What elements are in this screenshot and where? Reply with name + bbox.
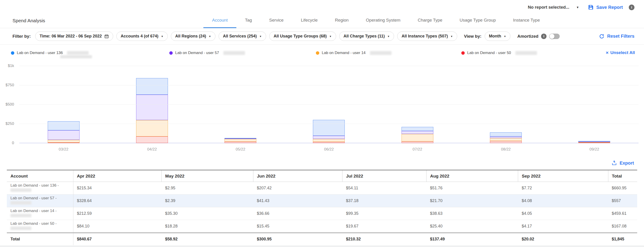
bar-segment-lab-on-demand-user-57 xyxy=(402,131,433,134)
chevron-down-icon: ▼ xyxy=(208,35,211,38)
filter-pill-all-regions-24-all-regions[interactable]: All Regions (24)▼ xyxy=(171,31,216,41)
redacted-text xyxy=(10,227,31,230)
save-report-label: Save Report xyxy=(596,5,623,10)
total-label: Total xyxy=(7,233,73,246)
total-value-cell: $20.02 xyxy=(518,233,608,246)
filter-pill-all-services-254-all-services[interactable]: All Services (254)▼ xyxy=(218,31,266,41)
reset-filters-button[interactable]: Reset Filters xyxy=(599,34,634,39)
report-selector[interactable]: No report selected... ▼ xyxy=(528,5,579,10)
tab-instance-type[interactable]: Instance Type xyxy=(504,18,548,28)
stacked-bar-chart: $1k$750$500$2500 03/2204/2205/2206/2207/… xyxy=(0,61,644,159)
tab-charge-type[interactable]: Charge Type xyxy=(409,18,451,28)
chevron-down-icon: ▼ xyxy=(576,6,579,9)
column-header-apr-2022: Apr 2022 xyxy=(73,170,162,182)
pill-label: All Usage Type Groups (68) xyxy=(274,34,327,39)
bar-segment-lab-on-demand-user-14 xyxy=(224,139,256,142)
save-report-button[interactable]: Save Report xyxy=(588,4,623,10)
value-cell: $38.63 xyxy=(426,207,518,220)
redacted-text xyxy=(60,55,92,58)
unselect-all-button[interactable]: × Unselect All xyxy=(606,50,635,55)
info-icon[interactable]: i xyxy=(541,34,546,39)
bar-segment-lab-on-demand-user-50 xyxy=(578,143,610,143)
view-by-dropdown[interactable]: Month ▼ xyxy=(485,31,510,41)
table-row-lab-on-demand-user-50[interactable]: Lab on Demand - user 50 -$84.10$18.28$15… xyxy=(7,220,637,233)
legend-label: Lab on Demand - user 136 xyxy=(17,51,63,55)
filter-pill-all-instance-types-507-all-instance-types[interactable]: All Instance Types (507)▼ xyxy=(397,31,457,41)
export-button[interactable]: Export xyxy=(612,160,634,166)
value-cell: $41.43 xyxy=(253,195,342,207)
legend-item-lab-on-demand-user-50[interactable]: Lab on Demand - user 50 xyxy=(461,51,598,55)
column-header-may-2022: May 2022 xyxy=(162,170,253,182)
filter-pill-all-usage-type-groups-68-all-usage-type-groups[interactable]: All Usage Type Groups (68)▼ xyxy=(269,31,336,41)
info-icon[interactable]: i xyxy=(629,4,634,10)
column-header-aug-2022: Aug 2022 xyxy=(426,170,518,182)
legend-item-lab-on-demand-user-57[interactable]: Lab on Demand - user 57 xyxy=(169,51,316,55)
page-title: Spend Analysis xyxy=(12,18,108,28)
x-tick-label: 05/22 xyxy=(196,147,285,152)
y-tick-label: $500 xyxy=(0,102,14,107)
export-label: Export xyxy=(620,161,634,166)
table-row-lab-on-demand-user-57[interactable]: Lab on Demand - user 57 -$328.64$2.39$41… xyxy=(7,195,637,207)
table-total-row: Total$840.67$58.92$300.95$210.32$137.49$… xyxy=(7,233,637,246)
account-name: Lab on Demand - user 14 - xyxy=(10,209,70,213)
value-cell: $18.28 xyxy=(162,220,253,233)
pill-label: All Instance Types (507) xyxy=(402,34,448,39)
header: Spend Analysis AccountTagServiceLifecycl… xyxy=(0,11,644,28)
gridline xyxy=(19,124,638,124)
plot-area xyxy=(19,66,638,143)
stacked-bar-08-22[interactable] xyxy=(490,132,522,143)
stacked-bar-04-22[interactable] xyxy=(136,78,168,143)
value-cell: $328.64 xyxy=(73,195,162,207)
legend-dot-icon xyxy=(461,51,465,55)
bar-segment-lab-on-demand-user-14 xyxy=(490,138,522,141)
spend-analysis-page: No report selected... ▼ Save Report i Sp… xyxy=(0,0,644,247)
pill-label: Accounts 4 (of 674) xyxy=(121,34,158,39)
tab-operating-system[interactable]: Operating System xyxy=(357,18,409,28)
filter-pill-time[interactable]: Time: 06 Mar 2022 - 06 Sep 2022 xyxy=(35,31,113,41)
tab-region[interactable]: Region xyxy=(326,18,357,28)
x-axis-labels: 03/2204/2205/2206/2207/2208/2209/22 xyxy=(19,147,638,152)
tab-account[interactable]: Account xyxy=(204,18,236,28)
total-value-cell: $58.92 xyxy=(162,233,253,246)
close-icon: × xyxy=(606,50,608,55)
redacted-text xyxy=(370,51,392,55)
column-header-sep-2022: Sep 2022 xyxy=(518,170,608,182)
stacked-bar-07-22[interactable] xyxy=(402,127,433,143)
chevron-down-icon: ▼ xyxy=(387,35,390,38)
chart-legend: Lab on Demand - user 136Lab on Demand - … xyxy=(0,44,644,61)
stacked-bar-05-22[interactable] xyxy=(224,138,256,143)
chevron-down-icon: ▼ xyxy=(259,35,262,38)
chevron-down-icon: ▼ xyxy=(329,35,332,38)
account-name: Lab on Demand - user 136 - xyxy=(10,183,70,188)
legend-item-lab-on-demand-user-14[interactable]: Lab on Demand - user 14 xyxy=(316,51,461,55)
stacked-bar-03-22[interactable] xyxy=(48,121,80,143)
tab-service[interactable]: Service xyxy=(261,18,292,28)
tab-tag[interactable]: Tag xyxy=(236,18,261,28)
value-cell: $4.05 xyxy=(518,207,608,220)
stacked-bar-09-22[interactable] xyxy=(578,141,610,143)
column-header-account: Account xyxy=(7,170,73,182)
legend-item-lab-on-demand-user-136[interactable]: Lab on Demand - user 136 xyxy=(11,51,169,55)
bar-segment-lab-on-demand-user-136 xyxy=(313,120,345,136)
x-tick-label: 06/22 xyxy=(285,147,373,152)
table-row-lab-on-demand-user-14[interactable]: Lab on Demand - user 14 -$212.59$35.30$3… xyxy=(7,207,637,220)
table-row-lab-on-demand-user-136[interactable]: Lab on Demand - user 136 -$215.34$2.95$2… xyxy=(7,182,637,195)
stacked-bar-06-22[interactable] xyxy=(313,120,345,143)
value-cell: $207.42 xyxy=(253,182,342,195)
x-tick-label: 08/22 xyxy=(462,147,550,152)
bar-segment-lab-on-demand-user-14 xyxy=(48,140,80,143)
chevron-down-icon: ▼ xyxy=(504,35,506,38)
gridline xyxy=(19,104,638,105)
pill-label: Time: 06 Mar 2022 - 06 Sep 2022 xyxy=(40,34,102,39)
refresh-icon xyxy=(599,34,604,39)
view-by-label: View by: xyxy=(464,34,482,39)
tab-usage-type-group[interactable]: Usage Type Group xyxy=(451,18,504,28)
amortized-toggle[interactable] xyxy=(549,34,560,39)
filter-pill-all-charge-types-11-all-charge-types[interactable]: All Charge Types (11)▼ xyxy=(339,31,394,41)
filter-pill-accounts-4-of-674-accounts-4[interactable]: Accounts 4 (of 674)▼ xyxy=(116,31,168,41)
bar-segment-lab-on-demand-user-50 xyxy=(224,142,256,143)
value-cell: $19.67 xyxy=(342,220,426,233)
tab-lifecycle[interactable]: Lifecycle xyxy=(292,18,326,28)
bottom-scroll-strip[interactable] xyxy=(0,246,644,247)
bar-segment-lab-on-demand-user-14 xyxy=(136,120,168,136)
